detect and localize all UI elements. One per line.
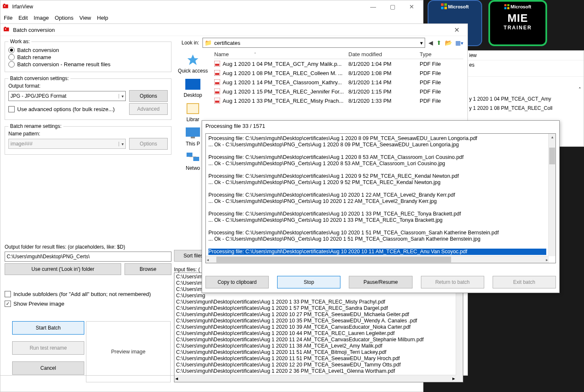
close-button[interactable]: ✕ (402, 0, 421, 13)
svg-rect-4 (504, 4, 506, 6)
svg-rect-26 (215, 73, 219, 75)
advanced-options-checkbox[interactable]: Use advanced options (for bulk resize...… (8, 106, 126, 112)
minimize-button[interactable]: — (363, 0, 383, 13)
menu-options[interactable]: Options (55, 15, 74, 21)
output-folder-field[interactable]: C:\Users\mguhl\Desktop\PNG_Certs\ (5, 252, 171, 262)
list-item[interactable]: C:\Users\mguhl\Desktop\certificates\Aug … (176, 343, 461, 349)
stop-button[interactable]: Stop (277, 276, 340, 288)
place-libraries[interactable]: Librar (174, 101, 212, 122)
new-folder-icon[interactable]: 📂 (445, 39, 452, 46)
name-pattern-combo: image###▾ (8, 139, 126, 149)
name-pattern-label: Name pattern: (8, 131, 168, 137)
list-item[interactable]: C:\Users\mguhl\Desktop\certificates\Aug … (176, 356, 461, 362)
radio-batch-conversion[interactable]: Batch conversion (8, 47, 168, 53)
svg-rect-24 (215, 64, 219, 66)
menu-help[interactable]: Help (97, 15, 108, 21)
conv-settings-legend: Batch conversion settings: (8, 75, 70, 81)
exit-batch-button: Exit batch (493, 276, 556, 288)
work-as-group: Work as: Batch conversion Batch rename B… (5, 39, 171, 72)
menu-view[interactable]: View (79, 15, 91, 21)
horizontal-scrollbar[interactable]: ◂▸ (174, 375, 456, 382)
col-type[interactable]: Type (420, 51, 453, 57)
svg-rect-1 (444, 3, 447, 6)
advanced-button: Advanced (129, 103, 168, 115)
views-icon[interactable]: ▦▾ (455, 39, 463, 46)
list-item[interactable]: C:\Users\mguhl\Desktop\certificates\Aug … (176, 349, 461, 356)
svg-rect-19 (191, 137, 195, 138)
return-to-batch-button: Return to batch (421, 276, 484, 288)
file-row[interactable]: Aug 1 2020 1 14 PM_TCEA_Classroom_Kathry… (214, 78, 463, 87)
run-test-rename-button: Run test rename (12, 341, 84, 355)
horizontal-scrollbar[interactable]: ◂ ▸ (206, 256, 549, 263)
radio-batch-rename[interactable]: Batch rename (8, 54, 168, 60)
up-icon[interactable]: ⬆ (436, 39, 441, 46)
include-subfolders-checkbox[interactable]: Include subfolders (for "Add all" button… (5, 291, 171, 297)
pdf-icon (214, 70, 220, 76)
pdf-icon (214, 98, 220, 104)
dialog-close-button[interactable]: ✕ (448, 26, 465, 34)
list-item[interactable]: C:\Users\mg (176, 293, 461, 299)
col-date[interactable]: Date modified (348, 51, 420, 57)
col-name[interactable]: Name˄ (214, 51, 348, 57)
svg-rect-20 (187, 153, 192, 157)
vertical-scrollbar[interactable]: ▴ (548, 134, 555, 256)
place-quick-access[interactable]: Quick access (174, 53, 212, 74)
pause-resume-button[interactable]: Pause/Resume (349, 276, 412, 288)
file-row[interactable]: Aug 1 2020 1 04 PM_TCEA_GCT_Amy Malik.p.… (214, 59, 463, 68)
pdf-icon (214, 79, 220, 85)
svg-rect-6 (504, 7, 506, 9)
start-batch-button[interactable]: Start Batch (12, 321, 84, 335)
svg-rect-17 (187, 104, 198, 113)
file-row[interactable]: Aug 1 2020 1 15 PM_TCEA_RLEC_Jennifer Fo… (214, 87, 463, 96)
svg-rect-12 (5, 27, 6, 29)
list-item[interactable]: C:\Users\mgunl\Desktop\certificates\Aug … (176, 299, 461, 305)
show-preview-checkbox[interactable]: Show Preview image (5, 301, 171, 307)
file-row[interactable]: Aug 1 2020 1 33 PM_TCEA_RLEC_Misty Prach… (214, 96, 463, 105)
list-item[interactable]: C:\Users\mguhl\Desktop\certificates\Aug … (176, 324, 461, 330)
progress-log[interactable]: Processing file: C:\Users\mguhl\Desktop\… (205, 133, 556, 263)
dialog-title: Batch conversion (13, 27, 448, 33)
list-item[interactable]: C:\Users\mguhl\Desktop\certificates\Aug … (176, 305, 461, 312)
svg-rect-15 (185, 79, 200, 90)
radio-batch-conv-rename[interactable]: Batch conversion - Rename result files (8, 61, 168, 67)
dialog-icon (3, 26, 10, 34)
menu-file[interactable]: File (4, 15, 13, 21)
sort-asc-icon: ˄ (254, 52, 256, 57)
rename-settings-legend: Batch rename settings: (8, 123, 63, 129)
svg-rect-28 (215, 82, 219, 84)
menu-image[interactable]: Image (34, 15, 49, 21)
menu-edit[interactable]: Edit (18, 15, 28, 21)
titlebar: IrfanView — ▢ ✕ (0, 0, 423, 13)
current-processing-line: Processing file: C:\Users\mguhl\Desktop\… (208, 249, 546, 255)
conversion-settings-group: Batch conversion settings: Output format… (5, 75, 171, 120)
browse-button[interactable]: Browse (125, 263, 171, 275)
look-in-combo[interactable]: 📁 certificates ▾ (202, 38, 425, 48)
app-title: IrfanView (12, 4, 363, 10)
rename-settings-group: Batch rename settings: Name pattern: ima… (5, 123, 171, 155)
place-desktop[interactable]: Desktop (174, 77, 212, 98)
copy-to-clipboard-button[interactable]: Copy to clipboard (205, 276, 269, 288)
list-item[interactable]: C:\Users\mguhl\Desktop\certificates\Aug … (176, 312, 461, 318)
scrollbar-thumb[interactable] (549, 148, 555, 164)
chevron-down-icon: ▾ (119, 142, 124, 146)
menubar: File Edit Image Options View Help (0, 13, 423, 22)
list-item[interactable]: C:\Users\mguhl\Desktop\certificates\Aug … (176, 337, 461, 343)
output-format-label: Output format: (8, 83, 168, 89)
output-format-combo[interactable]: JPG - JPG/JPEG Format▾ (8, 91, 126, 101)
back-icon[interactable]: ◀ (428, 39, 433, 46)
work-as-legend: Work as: (8, 39, 31, 44)
svg-rect-32 (215, 101, 219, 103)
format-options-button[interactable]: Options (129, 90, 168, 102)
file-row[interactable]: Aug 1 2020 1 08 PM_TCEA_RLEC_Colleen M. … (214, 68, 463, 78)
use-current-folder-button[interactable]: Use current ('Look in') folder (5, 263, 121, 275)
svg-rect-7 (507, 7, 509, 9)
list-item[interactable]: C:\Users\mguhl\Desktop\certificates\Aug … (176, 330, 461, 337)
list-item[interactable]: C:\Users\mguhl\Desktop\certificates\Aug … (176, 368, 461, 374)
cancel-button[interactable]: Cancel (12, 361, 84, 375)
svg-rect-18 (186, 127, 200, 137)
maximize-button[interactable]: ▢ (383, 0, 402, 13)
scrollbar-thumb[interactable] (216, 257, 451, 262)
list-item[interactable]: C:\Users\mguhl\Desktop\certificates\Aug … (176, 362, 461, 368)
list-item[interactable]: C:\Users\mguhl\Desktop\certificates\Aug … (176, 318, 461, 324)
app-icon (2, 3, 10, 10)
